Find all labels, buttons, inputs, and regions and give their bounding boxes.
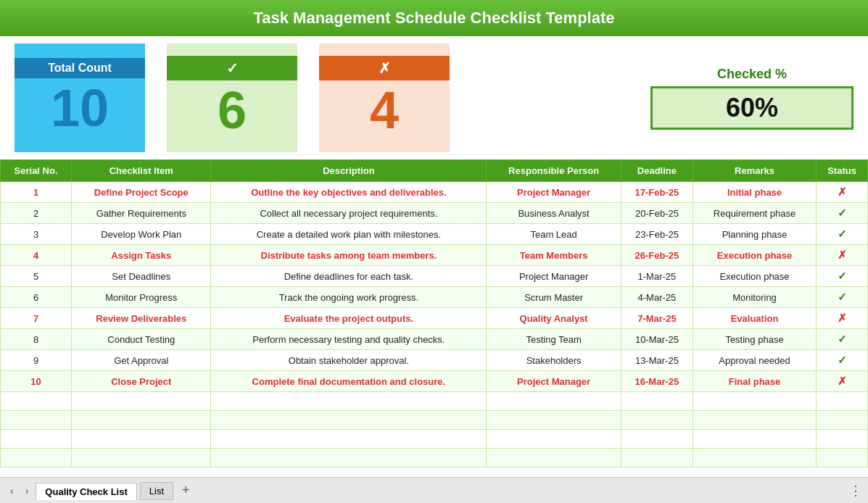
table-row: 2Gather RequirementsCollect all necessar…: [1, 203, 868, 224]
empty-cell: [487, 449, 621, 467]
table-cell: Quality Analyst: [487, 308, 621, 329]
table-cell: Business Analyst: [487, 203, 621, 224]
checklist-table: Serial No.Checklist ItemDescriptionRespo…: [0, 159, 868, 467]
empty-cell: [693, 449, 816, 467]
table-cell: 1-Mar-25: [621, 266, 693, 287]
table-cell: Collect all necessary project requiremen…: [211, 203, 487, 224]
empty-cell: [211, 430, 487, 449]
empty-cell: [72, 411, 211, 430]
checked-pct-box: Checked % 60%: [650, 67, 853, 130]
col-header: Remarks: [693, 160, 816, 182]
table-row: 8Conduct TestingPerform necessary testin…: [1, 329, 868, 350]
total-count-box: Total Count 10: [15, 43, 145, 152]
checked-icon: ✓: [167, 56, 297, 80]
table-cell: 10-Mar-25: [621, 329, 693, 350]
table-cell: Monitoring: [693, 287, 816, 308]
table-cell: Monitor Progress: [72, 287, 211, 308]
table-cell: Set Deadlines: [72, 266, 211, 287]
empty-cell: [621, 411, 693, 430]
empty-cell: [693, 411, 816, 430]
tab-add-button[interactable]: +: [176, 481, 196, 499]
table-cell: Project Manager: [487, 371, 621, 392]
empty-cell: [1, 411, 72, 430]
table-header-row: Serial No.Checklist ItemDescriptionRespo…: [1, 160, 868, 182]
unchecked-icon: ✗: [319, 56, 450, 80]
unchecked-count-box: ✗ 4: [319, 43, 450, 152]
empty-cell: [72, 430, 211, 449]
table-cell: Develop Work Plan: [72, 224, 211, 245]
tab-nav-prev[interactable]: ‹: [6, 483, 18, 498]
tab-bar: ‹ › Quality Check List List + ⋮: [0, 477, 868, 503]
status-cell: ✓: [817, 350, 868, 371]
table-row: 6Monitor ProgressTrack the ongoing work …: [1, 287, 868, 308]
table-cell: Planning phase: [693, 224, 816, 245]
table-row: 5Set DeadlinesDefine deadlines for each …: [1, 266, 868, 287]
col-header: Status: [817, 160, 868, 182]
tab-nav-next[interactable]: ›: [21, 483, 33, 498]
status-check-icon: ✓: [838, 333, 847, 345]
unchecked-value: 4: [370, 80, 399, 140]
col-header: Serial No.: [1, 160, 72, 182]
tab-quality-checklist[interactable]: Quality Check List: [36, 483, 136, 500]
table-cell: 20-Feb-25: [621, 203, 693, 224]
status-check-icon: ✓: [838, 228, 847, 240]
table-cell: 7-Mar-25: [621, 308, 693, 329]
table-cell: Execution phase: [693, 266, 816, 287]
status-x-icon: ✗: [838, 312, 847, 324]
table-row-empty: [1, 411, 868, 430]
status-cell: ✗: [817, 371, 868, 392]
empty-cell: [487, 430, 621, 449]
empty-cell: [211, 392, 487, 411]
empty-cell: [621, 392, 693, 411]
status-cell: ✓: [817, 266, 868, 287]
table-cell: 23-Feb-25: [621, 224, 693, 245]
table-cell: Track the ongoing work progress.: [211, 287, 487, 308]
table-cell: Conduct Testing: [72, 329, 211, 350]
table-cell: Evaluate the project outputs.: [211, 308, 487, 329]
total-count-label: Total Count: [15, 58, 145, 78]
empty-cell: [211, 449, 487, 467]
table-cell: 7: [1, 308, 72, 329]
table-cell: Initial phase: [693, 182, 816, 203]
pct-label: Checked %: [717, 67, 787, 82]
pct-value: 60%: [650, 86, 853, 130]
empty-cell: [693, 430, 816, 449]
status-cell: ✗: [817, 245, 868, 266]
table-cell: Final phase: [693, 371, 816, 392]
table-cell: Gather Requirements: [72, 203, 211, 224]
table-cell: 8: [1, 329, 72, 350]
status-x-icon: ✗: [838, 186, 847, 198]
table-cell: Team Members: [487, 245, 621, 266]
status-check-icon: ✓: [838, 291, 847, 303]
empty-cell: [1, 392, 72, 411]
checked-count-box: ✓ 6: [167, 43, 297, 152]
table-cell: 4: [1, 245, 72, 266]
empty-cell: [817, 392, 868, 411]
table-row: 1Define Project ScopeOutline the key obj…: [1, 182, 868, 203]
table-cell: Project Manager: [487, 182, 621, 203]
col-header: Deadline: [621, 160, 693, 182]
table-cell: Create a detailed work plan with milesto…: [211, 224, 487, 245]
status-cell: ✓: [817, 287, 868, 308]
tab-list[interactable]: List: [140, 482, 173, 500]
table-row-empty: [1, 449, 868, 467]
table-cell: Project Manager: [487, 266, 621, 287]
table-cell: Perform necessary testing and quality ch…: [211, 329, 487, 350]
col-header: Responsible Person: [487, 160, 621, 182]
table-cell: Close Project: [72, 371, 211, 392]
table-cell: Outline the key objectives and deliverab…: [211, 182, 487, 203]
table-row-empty: [1, 392, 868, 411]
empty-cell: [487, 411, 621, 430]
table-cell: Team Lead: [487, 224, 621, 245]
checked-value: 6: [218, 80, 247, 140]
table-cell: 10: [1, 371, 72, 392]
empty-cell: [693, 392, 816, 411]
table-cell: Testing Team: [487, 329, 621, 350]
tab-menu-icon[interactable]: ⋮: [849, 483, 862, 499]
table-container: Serial No.Checklist ItemDescriptionRespo…: [0, 159, 868, 477]
empty-cell: [817, 449, 868, 467]
status-cell: ✗: [817, 182, 868, 203]
table-row: 4Assign TasksDistribute tasks among team…: [1, 245, 868, 266]
status-x-icon: ✗: [838, 375, 847, 387]
table-cell: 16-Mar-25: [621, 371, 693, 392]
